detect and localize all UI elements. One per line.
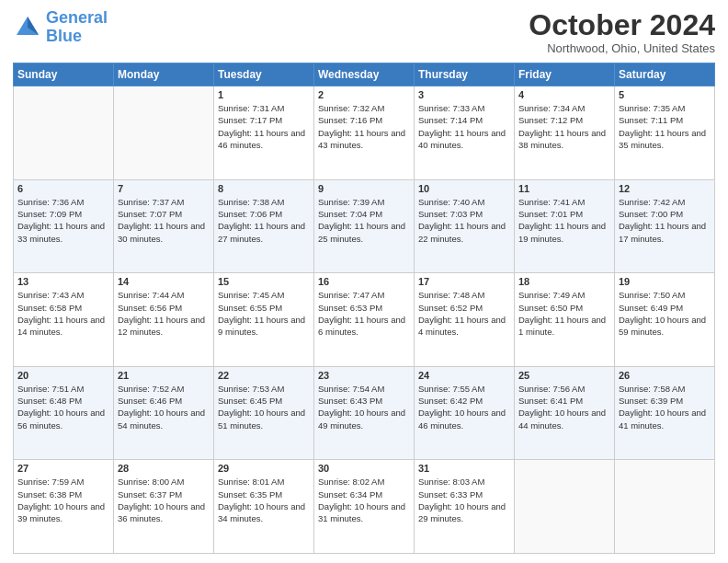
calendar-cell: 17Sunrise: 7:48 AM Sunset: 6:52 PM Dayli…: [415, 273, 515, 367]
calendar-cell: 3Sunrise: 7:33 AM Sunset: 7:14 PM Daylig…: [415, 86, 515, 180]
calendar-cell: 4Sunrise: 7:34 AM Sunset: 7:12 PM Daylig…: [515, 86, 615, 180]
day-number: 29: [218, 463, 310, 474]
day-number: 15: [218, 276, 310, 287]
logo-icon: [13, 13, 42, 42]
day-info: Sunrise: 7:37 AM Sunset: 7:07 PM Dayligh…: [118, 196, 210, 245]
day-number: 1: [218, 89, 310, 100]
calendar-cell: 5Sunrise: 7:35 AM Sunset: 7:11 PM Daylig…: [615, 86, 715, 180]
calendar-cell: 10Sunrise: 7:40 AM Sunset: 7:03 PM Dayli…: [415, 179, 515, 273]
calendar-cell: 25Sunrise: 7:56 AM Sunset: 6:41 PM Dayli…: [515, 366, 615, 460]
day-number: 27: [17, 463, 109, 474]
day-info: Sunrise: 7:39 AM Sunset: 7:04 PM Dayligh…: [318, 196, 410, 245]
day-number: 9: [318, 183, 410, 194]
day-info: Sunrise: 7:51 AM Sunset: 6:48 PM Dayligh…: [17, 383, 109, 431]
calendar-cell: 19Sunrise: 7:50 AM Sunset: 6:49 PM Dayli…: [615, 273, 715, 367]
day-info: Sunrise: 7:49 AM Sunset: 6:50 PM Dayligh…: [518, 289, 610, 338]
calendar-cell: 20Sunrise: 7:51 AM Sunset: 6:48 PM Dayli…: [14, 366, 114, 460]
day-number: 17: [418, 276, 510, 287]
day-number: 25: [518, 370, 610, 381]
calendar-cell: 13Sunrise: 7:43 AM Sunset: 6:58 PM Dayli…: [14, 273, 114, 367]
day-info: Sunrise: 7:33 AM Sunset: 7:14 PM Dayligh…: [418, 102, 510, 151]
day-number: 24: [418, 370, 510, 381]
calendar-cell: 29Sunrise: 8:01 AM Sunset: 6:35 PM Dayli…: [214, 460, 314, 554]
day-info: Sunrise: 7:47 AM Sunset: 6:53 PM Dayligh…: [318, 289, 410, 338]
day-info: Sunrise: 7:55 AM Sunset: 6:42 PM Dayligh…: [418, 383, 510, 431]
day-info: Sunrise: 7:59 AM Sunset: 6:38 PM Dayligh…: [17, 476, 109, 524]
logo-line1: General: [46, 8, 108, 27]
day-number: 3: [418, 89, 510, 100]
day-number: 12: [619, 183, 711, 194]
day-info: Sunrise: 7:50 AM Sunset: 6:49 PM Dayligh…: [619, 289, 711, 338]
day-info: Sunrise: 7:40 AM Sunset: 7:03 PM Dayligh…: [418, 196, 510, 245]
title-block: October 2024 Northwood, Ohio, United Sta…: [529, 9, 715, 55]
calendar-cell: 27Sunrise: 7:59 AM Sunset: 6:38 PM Dayli…: [14, 460, 114, 554]
calendar-cell: 2Sunrise: 7:32 AM Sunset: 7:16 PM Daylig…: [314, 86, 415, 180]
weekday-header-wednesday: Wednesday: [314, 63, 415, 86]
logo-line2: Blue: [46, 27, 82, 45]
day-number: 13: [17, 276, 109, 287]
weekday-header-sunday: Sunday: [14, 63, 114, 86]
day-info: Sunrise: 7:58 AM Sunset: 6:39 PM Dayligh…: [619, 383, 711, 431]
calendar-cell: 7Sunrise: 7:37 AM Sunset: 7:07 PM Daylig…: [114, 179, 214, 273]
day-number: 7: [118, 183, 210, 194]
weekday-header-tuesday: Tuesday: [214, 63, 314, 86]
calendar-cell: [615, 460, 715, 554]
calendar-cell: 30Sunrise: 8:02 AM Sunset: 6:34 PM Dayli…: [314, 460, 415, 554]
week-row-3: 20Sunrise: 7:51 AM Sunset: 6:48 PM Dayli…: [14, 366, 715, 460]
day-number: 19: [619, 276, 711, 287]
day-info: Sunrise: 7:32 AM Sunset: 7:16 PM Dayligh…: [318, 102, 410, 151]
day-number: 23: [318, 370, 410, 381]
calendar-cell: [14, 86, 114, 180]
day-number: 20: [17, 370, 109, 381]
day-info: Sunrise: 7:38 AM Sunset: 7:06 PM Dayligh…: [218, 196, 310, 245]
day-number: 10: [418, 183, 510, 194]
day-info: Sunrise: 7:41 AM Sunset: 7:01 PM Dayligh…: [518, 196, 610, 245]
calendar-cell: 23Sunrise: 7:54 AM Sunset: 6:43 PM Dayli…: [314, 366, 415, 460]
calendar-cell: [114, 86, 214, 180]
calendar-cell: 6Sunrise: 7:36 AM Sunset: 7:09 PM Daylig…: [14, 179, 114, 273]
calendar-cell: 21Sunrise: 7:52 AM Sunset: 6:46 PM Dayli…: [114, 366, 214, 460]
header: General Blue October 2024 Northwood, Ohi…: [13, 9, 715, 55]
day-info: Sunrise: 7:35 AM Sunset: 7:11 PM Dayligh…: [619, 102, 711, 151]
day-info: Sunrise: 7:31 AM Sunset: 7:17 PM Dayligh…: [218, 102, 310, 151]
day-info: Sunrise: 8:03 AM Sunset: 6:33 PM Dayligh…: [418, 476, 510, 524]
day-number: 5: [619, 89, 711, 100]
calendar-cell: 15Sunrise: 7:45 AM Sunset: 6:55 PM Dayli…: [214, 273, 314, 367]
day-info: Sunrise: 7:53 AM Sunset: 6:45 PM Dayligh…: [218, 383, 310, 431]
weekday-header-monday: Monday: [114, 63, 214, 86]
calendar-cell: 16Sunrise: 7:47 AM Sunset: 6:53 PM Dayli…: [314, 273, 415, 367]
week-row-2: 13Sunrise: 7:43 AM Sunset: 6:58 PM Dayli…: [14, 273, 715, 367]
week-row-1: 6Sunrise: 7:36 AM Sunset: 7:09 PM Daylig…: [14, 179, 715, 273]
day-number: 22: [218, 370, 310, 381]
logo: General Blue: [13, 9, 108, 46]
day-info: Sunrise: 8:01 AM Sunset: 6:35 PM Dayligh…: [218, 476, 310, 524]
calendar-cell: 14Sunrise: 7:44 AM Sunset: 6:56 PM Dayli…: [114, 273, 214, 367]
calendar-cell: 24Sunrise: 7:55 AM Sunset: 6:42 PM Dayli…: [415, 366, 515, 460]
weekday-header-saturday: Saturday: [615, 63, 715, 86]
day-info: Sunrise: 8:00 AM Sunset: 6:37 PM Dayligh…: [118, 476, 210, 524]
calendar-cell: 26Sunrise: 7:58 AM Sunset: 6:39 PM Dayli…: [615, 366, 715, 460]
day-info: Sunrise: 7:52 AM Sunset: 6:46 PM Dayligh…: [118, 383, 210, 431]
calendar-cell: 8Sunrise: 7:38 AM Sunset: 7:06 PM Daylig…: [214, 179, 314, 273]
logo-text: General Blue: [46, 9, 108, 46]
day-info: Sunrise: 7:42 AM Sunset: 7:00 PM Dayligh…: [619, 196, 711, 245]
page: General Blue October 2024 Northwood, Ohi…: [0, 0, 728, 563]
day-number: 30: [318, 463, 410, 474]
calendar-cell: 12Sunrise: 7:42 AM Sunset: 7:00 PM Dayli…: [615, 179, 715, 273]
day-number: 11: [518, 183, 610, 194]
day-info: Sunrise: 7:44 AM Sunset: 6:56 PM Dayligh…: [118, 289, 210, 338]
weekday-header-row: SundayMondayTuesdayWednesdayThursdayFrid…: [14, 63, 715, 86]
day-number: 6: [17, 183, 109, 194]
day-info: Sunrise: 7:45 AM Sunset: 6:55 PM Dayligh…: [218, 289, 310, 338]
calendar-cell: 9Sunrise: 7:39 AM Sunset: 7:04 PM Daylig…: [314, 179, 415, 273]
day-info: Sunrise: 7:56 AM Sunset: 6:41 PM Dayligh…: [518, 383, 610, 431]
weekday-header-thursday: Thursday: [415, 63, 515, 86]
day-number: 31: [418, 463, 510, 474]
calendar-cell: 11Sunrise: 7:41 AM Sunset: 7:01 PM Dayli…: [515, 179, 615, 273]
day-number: 8: [218, 183, 310, 194]
day-info: Sunrise: 7:36 AM Sunset: 7:09 PM Dayligh…: [17, 196, 109, 245]
day-number: 21: [118, 370, 210, 381]
day-info: Sunrise: 7:43 AM Sunset: 6:58 PM Dayligh…: [17, 289, 109, 338]
weekday-header-friday: Friday: [515, 63, 615, 86]
day-number: 28: [118, 463, 210, 474]
